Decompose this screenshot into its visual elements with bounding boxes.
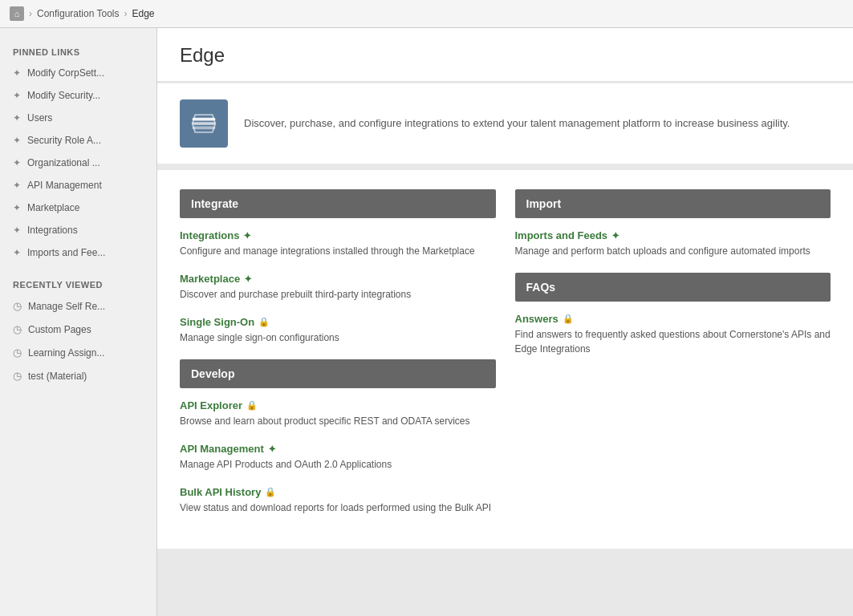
sidebar-item-api-mgmt[interactable]: ✦ API Management	[0, 174, 156, 197]
breadcrumb-sep-2: ›	[124, 8, 128, 19]
pin-icon-6: ✦	[13, 180, 21, 191]
marketplace-link[interactable]: Marketplace ✦	[180, 273, 496, 285]
sidebar-item-security[interactable]: ✦ Modify Security...	[0, 84, 156, 107]
integrations-card: Integrations ✦ Configure and manage inte…	[180, 229, 496, 258]
intro-section: Discover, purchase, and configure integr…	[157, 83, 853, 164]
imports-feeds-link[interactable]: Imports and Feeds ✦	[515, 229, 831, 241]
api-management-desc: Manage API Products and OAuth 2.0 Applic…	[180, 457, 496, 472]
pin-icon-5: ✦	[13, 157, 21, 168]
sidebar-label-marketplace: Marketplace	[27, 202, 79, 213]
sidebar-label-api-mgmt: API Management	[27, 180, 102, 191]
marketplace-pin-icon: ✦	[244, 274, 252, 285]
sso-card: Single Sign-On 🔒 Manage single sign-on c…	[180, 316, 496, 345]
sidebar-label-imports: Imports and Fee...	[27, 247, 105, 258]
sidebar-label-manage-self: Manage Self Re...	[28, 301, 105, 312]
clock-icon-1: ◷	[13, 300, 22, 312]
api-explorer-card: API Explorer 🔒 Browse and learn about pr…	[180, 399, 496, 428]
import-section-header: Import	[515, 189, 831, 218]
left-column: Integrate Integrations ✦ Configure and m…	[180, 189, 496, 529]
sidebar-label-custom-pages: Custom Pages	[28, 324, 91, 335]
bulk-api-card: Bulk API History 🔒 View status and downl…	[180, 486, 496, 515]
svg-rect-1	[193, 122, 216, 125]
clock-icon-3: ◷	[13, 346, 22, 359]
api-explorer-title-text: API Explorer	[180, 399, 242, 411]
pin-icon-3: ✦	[13, 112, 21, 124]
marketplace-title-text: Marketplace	[180, 273, 240, 285]
marketplace-card: Marketplace ✦ Discover and purchase preb…	[180, 273, 496, 302]
sidebar: PINNED LINKS ✦ Modify CorpSett... ✦ Modi…	[0, 28, 157, 616]
api-explorer-desc: Browse and learn about product specific …	[180, 414, 496, 428]
sso-link[interactable]: Single Sign-On 🔒	[180, 316, 496, 328]
sidebar-item-imports[interactable]: ✦ Imports and Fee...	[0, 241, 156, 264]
sso-desc: Manage single sign-on configurations	[180, 330, 496, 345]
edge-logo-icon	[180, 99, 228, 148]
answers-card: Answers 🔒 Find answers to frequently ask…	[515, 313, 831, 356]
answers-lock-icon: 🔒	[563, 314, 574, 324]
svg-rect-0	[193, 118, 216, 121]
sidebar-item-users[interactable]: ✦ Users	[0, 107, 156, 129]
answers-title-text: Answers	[515, 313, 559, 325]
breadcrumb-config-tools[interactable]: Configuration Tools	[37, 8, 120, 19]
pin-icon-9: ✦	[13, 247, 21, 258]
clock-icon-4: ◷	[13, 370, 22, 382]
svg-rect-2	[193, 127, 216, 130]
api-explorer-link[interactable]: API Explorer 🔒	[180, 399, 496, 411]
imports-feeds-card: Imports and Feeds ✦ Manage and perform b…	[515, 229, 831, 258]
sidebar-label-integrations: Integrations	[27, 225, 78, 236]
breadcrumb-sep-1: ›	[29, 8, 32, 19]
sidebar-item-integrations[interactable]: ✦ Integrations	[0, 219, 156, 241]
api-management-link[interactable]: API Management ✦	[180, 443, 496, 455]
api-management-card: API Management ✦ Manage API Products and…	[180, 443, 496, 472]
sidebar-item-marketplace[interactable]: ✦ Marketplace	[0, 197, 156, 219]
integrations-title-text: Integrations	[180, 229, 239, 241]
pin-icon-1: ✦	[13, 67, 21, 79]
sidebar-item-test-material[interactable]: ◷ test (Material)	[0, 364, 156, 387]
bulk-api-lock-icon: 🔒	[265, 487, 276, 497]
sidebar-label-test-material: test (Material)	[28, 371, 87, 382]
pin-icon-8: ✦	[13, 225, 21, 236]
imports-feeds-desc: Manage and perform batch uploads and con…	[515, 244, 831, 258]
imports-feeds-title-text: Imports and Feeds	[515, 229, 608, 241]
sidebar-item-security-role[interactable]: ✦ Security Role A...	[0, 129, 156, 152]
sidebar-item-corpsett[interactable]: ✦ Modify CorpSett...	[0, 62, 156, 84]
pin-icon-4: ✦	[13, 135, 21, 146]
integrations-pin-icon: ✦	[243, 230, 251, 241]
faqs-section-header: FAQs	[515, 273, 831, 302]
sidebar-item-custom-pages[interactable]: ◷ Custom Pages	[0, 318, 156, 341]
imports-feeds-pin-icon: ✦	[611, 230, 619, 241]
integrations-desc: Configure and manage integrations instal…	[180, 244, 496, 258]
pinned-links-label: PINNED LINKS	[0, 41, 156, 62]
sidebar-item-manage-self[interactable]: ◷ Manage Self Re...	[0, 294, 156, 318]
sidebar-item-learning[interactable]: ◷ Learning Assign...	[0, 341, 156, 364]
home-icon[interactable]: ⌂	[10, 6, 24, 21]
page-title: Edge	[180, 44, 831, 67]
answers-link[interactable]: Answers 🔒	[515, 313, 831, 325]
recently-viewed-label: RECENTLY VIEWED	[0, 274, 156, 294]
sidebar-item-organizational[interactable]: ✦ Organizational ...	[0, 152, 156, 174]
breadcrumb-bar: ⌂ › Configuration Tools › Edge	[0, 0, 853, 28]
integrations-link[interactable]: Integrations ✦	[180, 229, 496, 241]
bulk-api-link[interactable]: Bulk API History 🔒	[180, 486, 496, 498]
sso-lock-icon: 🔒	[258, 317, 270, 327]
marketplace-desc: Discover and purchase prebuilt third-par…	[180, 287, 496, 302]
sidebar-label-users: Users	[27, 112, 52, 124]
sidebar-label-corpsett: Modify CorpSett...	[27, 67, 104, 79]
bulk-api-title-text: Bulk API History	[180, 486, 261, 498]
sidebar-label-security: Modify Security...	[27, 90, 100, 101]
cards-container: Integrate Integrations ✦ Configure and m…	[157, 170, 853, 549]
right-column: Import Imports and Feeds ✦ Manage and pe…	[515, 189, 831, 529]
breadcrumb-edge: Edge	[132, 8, 155, 19]
sidebar-label-learning: Learning Assign...	[28, 347, 104, 359]
bulk-api-desc: View status and download reports for loa…	[180, 500, 496, 515]
sidebar-label-security-role: Security Role A...	[27, 135, 101, 146]
clock-icon-2: ◷	[13, 323, 22, 335]
integrate-section-header: Integrate	[180, 189, 496, 218]
answers-desc: Find answers to frequently asked questio…	[515, 327, 831, 356]
sidebar-divider	[0, 264, 156, 274]
main-layout: PINNED LINKS ✦ Modify CorpSett... ✦ Modi…	[0, 28, 853, 616]
sso-title-text: Single Sign-On	[180, 316, 254, 328]
sidebar-label-organizational: Organizational ...	[27, 157, 100, 168]
content-area: Edge Discover, purchase, and configure i…	[157, 28, 853, 616]
page-header: Edge	[157, 28, 853, 82]
api-explorer-lock-icon: 🔒	[246, 400, 258, 411]
